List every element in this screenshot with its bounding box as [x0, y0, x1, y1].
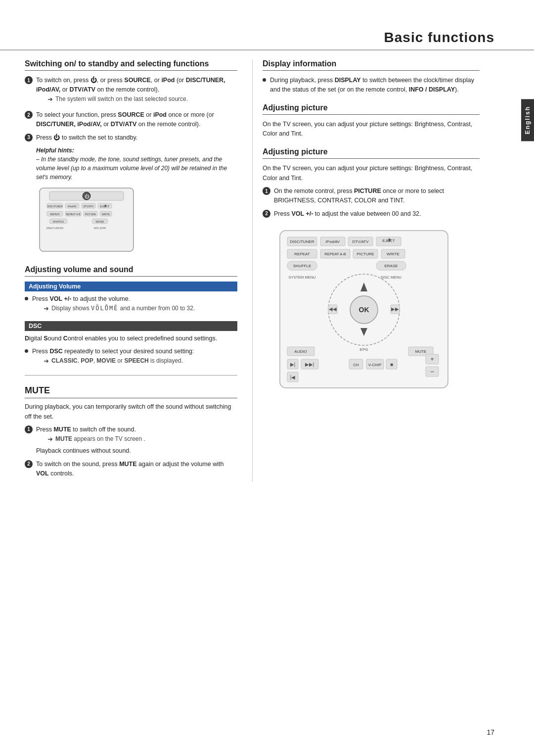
helpful-hints-title: Helpful hints:: [36, 147, 74, 154]
left-column: Switching on/ to standby and selecting f…: [25, 59, 252, 482]
arrow-icon: ➜: [44, 304, 49, 314]
list-item-content: To switch on the sound, press MUTE again…: [36, 460, 237, 478]
hint-subtext: Playback continues without sound.: [36, 446, 145, 456]
svg-text:DISC EXPR: DISC EXPR: [94, 227, 106, 230]
remote-svg-left: ⏻ DISC/TUNER iPod/AV DTV/ATV EJECT REPEA…: [35, 186, 138, 255]
list-item-content: On the remote control, press PICTURE onc…: [274, 187, 480, 205]
helpful-hints: Helpful hints: – In the standby mode, th…: [36, 146, 237, 182]
hint-text: ➜ Display shows VŎLŮMĚ and a number from…: [44, 304, 195, 314]
svg-text:REPEAT A-B: REPEAT A-B: [66, 213, 81, 216]
remote-svg-right: DISC/TUNER iPod/AV DTV/ATV EJECT REPEAT …: [272, 228, 455, 391]
subsection-dsc: DSC: [25, 321, 237, 331]
svg-text:WRITE: WRITE: [102, 213, 110, 216]
list-num: 2: [263, 210, 270, 218]
arrow-icon: ➜: [44, 356, 49, 366]
page-title-bar: Basic functions: [0, 30, 534, 50]
svg-text:+: +: [430, 356, 434, 363]
list-item-text: To switch on the sound, press MUTE again…: [36, 461, 223, 477]
svg-text:▶▶: ▶▶: [391, 306, 399, 312]
list-item: 1 Press MUTE to switch off the sound. ➜ …: [25, 425, 237, 456]
section-adjpic1-heading: Adjusting picture: [263, 103, 480, 115]
hint-text: ➜ MUTE appears on the TV screen .: [47, 434, 145, 444]
svg-text:▶|: ▶|: [290, 362, 296, 367]
svg-text:AUDIO: AUDIO: [294, 349, 307, 354]
svg-text:iPod/AV: iPod/AV: [326, 239, 340, 244]
section-display-heading: Display information: [263, 59, 480, 71]
list-item-text: Press DSC repeatedly to select your desi…: [32, 348, 194, 355]
page-container: English Basic functions Switching on/ to…: [0, 0, 534, 756]
section-mute-heading: MUTE: [25, 385, 237, 398]
list-num: 2: [25, 460, 33, 468]
remote-illustration-left: ⏻ DISC/TUNER iPod/AV DTV/ATV EJECT REPEA…: [35, 186, 237, 256]
svg-text:ERASE: ERASE: [384, 264, 398, 268]
svg-text:EPG: EPG: [360, 347, 368, 352]
display-list: During playback, press DISPLAY to switch…: [263, 76, 480, 94]
svg-text:⏻: ⏻: [85, 194, 89, 199]
list-num: 1: [263, 187, 270, 195]
list-item: 2 To select your function, press SOURCE …: [25, 110, 237, 129]
list-item: 2 To switch on the sound, press MUTE aga…: [25, 460, 237, 478]
svg-text:DTV/ATV: DTV/ATV: [84, 205, 94, 208]
list-item-text: To switch on, press ⏻, or press SOURCE, …: [36, 77, 225, 93]
svg-text:–: –: [431, 368, 434, 375]
list-item-content: Press VOL +/- to adjust the volume. ➜ Di…: [32, 294, 195, 316]
list-item-content: Press VOL +/- to adjust the value betwee…: [274, 209, 421, 219]
svg-text:V-CHIP: V-CHIP: [368, 363, 382, 367]
list-item-content: Press DSC repeatedly to select your desi…: [32, 347, 194, 368]
language-tab: English: [521, 99, 534, 141]
list-item-text: Press MUTE to switch off the sound.: [36, 426, 136, 433]
list-item-text: Press VOL +/- to adjust the value betwee…: [274, 210, 421, 217]
hint-content: Display shows VŎLŮMĚ and a number from 0…: [51, 304, 195, 313]
svg-text:REPEAT: REPEAT: [50, 213, 60, 216]
svg-text:■: ■: [390, 362, 393, 367]
svg-text:MUTE: MUTE: [415, 349, 427, 354]
bullet-icon: [25, 297, 28, 300]
list-num: 2: [25, 111, 33, 119]
list-item-content: Press ⏻ to switch the set to standby.: [36, 133, 137, 142]
hint-text: ➜ The system will switch on the last sel…: [47, 94, 237, 104]
list-item: During playback, press DISPLAY to switch…: [263, 76, 480, 94]
svg-text:iPod/AV: iPod/AV: [68, 205, 77, 208]
arrow-icon: ➜: [47, 94, 53, 104]
dsc-list: Press DSC repeatedly to select your desi…: [25, 347, 237, 368]
list-item-text: To select your function, press SOURCE or…: [36, 111, 214, 128]
helpful-hints-content: – In the standby mode, the tone, sound s…: [36, 156, 227, 181]
svg-text:▶▶|: ▶▶|: [305, 362, 314, 367]
hint-content: MUTE appears on the TV screen .: [55, 434, 145, 443]
svg-text:REPEAT: REPEAT: [294, 252, 310, 256]
bullet-icon: [25, 349, 28, 353]
list-item: Press VOL +/- to adjust the volume. ➜ Di…: [25, 294, 237, 316]
subsection-volume: Adjusting Volume: [25, 282, 237, 291]
adjpic2-list: 1 On the remote control, press PICTURE o…: [263, 187, 480, 218]
svg-text:REPEAT A-B: REPEAT A-B: [324, 252, 346, 256]
hint-content: CLASSIC, POP, MOVIE or SPEECH is display…: [51, 356, 183, 365]
svg-text:DISC MENU: DISC MENU: [381, 275, 401, 280]
right-column: Display information During playback, pre…: [252, 59, 480, 482]
list-item: 3 Press ⏻ to switch the set to standby.: [25, 133, 237, 142]
page-number: 17: [487, 728, 494, 736]
list-item-content: To switch on, press ⏻, or press SOURCE, …: [36, 76, 237, 106]
adjpic2-intro: On the TV screen, you can adjust your pi…: [263, 164, 480, 183]
svg-text:◀◀: ◀◀: [329, 306, 337, 312]
list-item-text: Press ⏻ to switch the set to standby.: [36, 134, 137, 141]
svg-text:ERASE: ERASE: [96, 220, 105, 223]
svg-text:OK: OK: [359, 306, 369, 314]
adjpic1-intro: On the TV screen, you can adjust your pi…: [263, 120, 480, 139]
list-item: Press DSC repeatedly to select your desi…: [25, 347, 237, 368]
section-adjpic2-heading: Adjusting picture: [263, 147, 480, 159]
svg-text:CH: CH: [353, 363, 359, 367]
list-num: 1: [25, 425, 33, 433]
divider: [25, 375, 237, 376]
svg-text:DISC/TUNER: DISC/TUNER: [290, 239, 314, 244]
svg-text:DIRECT+ENTER: DIRECT+ENTER: [46, 227, 64, 230]
svg-text:SHUFFLE: SHUFFLE: [293, 264, 311, 268]
list-item-text: During playback, press DISPLAY to switch…: [270, 77, 474, 93]
main-columns: Switching on/ to standby and selecting f…: [0, 59, 534, 482]
svg-text:PICTURE: PICTURE: [85, 213, 96, 216]
svg-text:WRITE: WRITE: [387, 252, 400, 256]
svg-text:|◀: |◀: [290, 375, 296, 380]
hint-text: ➜ CLASSIC, POP, MOVIE or SPEECH is displ…: [44, 356, 194, 366]
list-item: 1 On the remote control, press PICTURE o…: [263, 187, 480, 205]
svg-text:SYSTEM MENU: SYSTEM MENU: [288, 275, 315, 280]
svg-text:SHUFFLE: SHUFFLE: [53, 220, 64, 223]
